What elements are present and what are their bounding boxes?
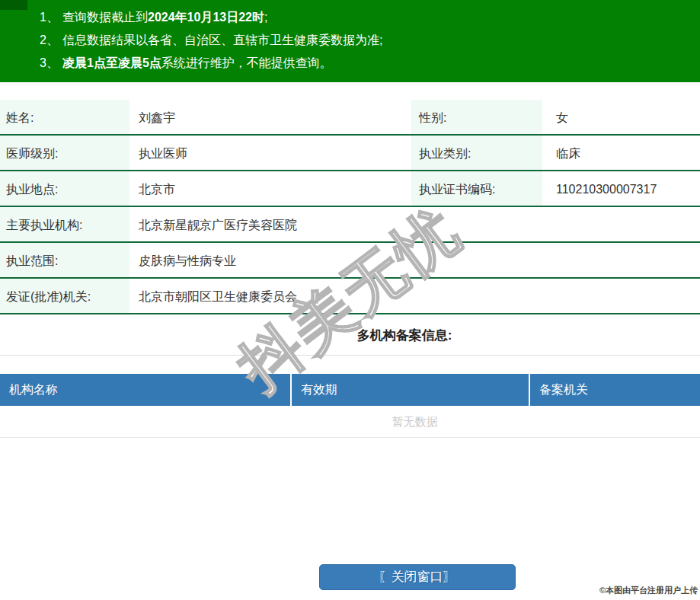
notice-line-number: 1、 bbox=[40, 6, 62, 29]
table-row-main-institution: 主要执业机构: 北京新星靓京广医疗美容医院 bbox=[0, 207, 700, 243]
notice-line-3: 3、凌晨1点至凌晨5点系统进行维护，不能提供查询。 bbox=[0, 52, 700, 75]
notice-line-number: 3、 bbox=[40, 52, 62, 75]
practice-scope-value: 皮肤病与性病专业 bbox=[129, 243, 700, 277]
practice-scope-label: 执业范围: bbox=[0, 243, 129, 277]
table-row-practice-scope: 执业范围: 皮肤病与性病专业 bbox=[0, 243, 700, 279]
notice-text-bold: 凌晨1点至凌晨5点 bbox=[62, 56, 161, 69]
notice-text-bold: 2024年10月13日22时 bbox=[148, 11, 264, 24]
practice-location-label: 执业地点: bbox=[0, 171, 129, 206]
doctor-level-value: 执业医师 bbox=[129, 136, 411, 170]
practice-category-label: 执业类别: bbox=[411, 136, 542, 170]
table-row-level-category: 医师级别: 执业医师 执业类别: 临床 bbox=[0, 136, 700, 171]
name-value: 刘鑫宇 bbox=[129, 100, 411, 134]
notice-line-1: 1、查询数据截止到2024年10月13日22时; bbox=[0, 6, 700, 29]
notice-text: 系统进行维护，不能提供查询。 bbox=[161, 56, 332, 69]
doctor-info-table: 姓名: 刘鑫宇 性别: 女 医师级别: 执业医师 执业类别: 临床 执业地点: … bbox=[0, 100, 700, 314]
notice-text: 信息数据结果以各省、自治区、直辖市卫生健康委数据为准; bbox=[62, 34, 382, 46]
column-header-institution-name: 机构名称 bbox=[0, 374, 292, 406]
issuing-authority-value: 北京市朝阳区卫生健康委员会 bbox=[129, 279, 700, 313]
notice-line-number: 2、 bbox=[40, 29, 62, 52]
name-label: 姓名: bbox=[0, 100, 129, 134]
button-row: 〖关闭窗口〗 bbox=[0, 564, 700, 590]
notice-banner: 1、查询数据截止到2024年10月13日22时; 2、信息数据结果以各省、自治区… bbox=[0, 0, 700, 82]
certificate-number-label: 执业证书编码: bbox=[411, 171, 542, 206]
issuing-authority-label: 发证(批准)机关: bbox=[0, 279, 129, 313]
gender-value: 女 bbox=[542, 100, 700, 134]
practice-location-value: 北京市 bbox=[129, 171, 411, 206]
filing-table-header: 机构名称 有效期 备案机关 bbox=[0, 374, 700, 406]
filing-table: 机构名称 有效期 备案机关 暂无数据 bbox=[0, 374, 700, 438]
gender-label: 性别: bbox=[411, 100, 542, 134]
close-window-button[interactable]: 〖关闭窗口〗 bbox=[319, 564, 516, 590]
column-header-validity-period: 有效期 bbox=[292, 374, 530, 406]
filing-section-heading: 多机构备案信息: bbox=[0, 314, 700, 356]
empty-state-text: 暂无数据 bbox=[0, 406, 700, 438]
table-row-issuing-authority: 发证(批准)机关: 北京市朝阳区卫生健康委员会 bbox=[0, 279, 700, 314]
banner-corner-shade bbox=[0, 0, 27, 10]
main-institution-label: 主要执业机构: bbox=[0, 207, 129, 241]
certificate-number-value: 110210300007317 bbox=[542, 171, 700, 206]
doctor-level-label: 医师级别: bbox=[0, 136, 129, 170]
notice-text: 查询数据截止到 bbox=[62, 11, 148, 24]
practice-category-value: 临床 bbox=[542, 136, 700, 170]
main-institution-value: 北京新星靓京广医疗美容医院 bbox=[129, 207, 700, 241]
column-header-filing-authority: 备案机关 bbox=[530, 374, 700, 406]
upload-credit-text: ©本图由平台注册用户上传 bbox=[599, 585, 698, 596]
notice-text: ; bbox=[264, 11, 267, 24]
table-row-location-certificate: 执业地点: 北京市 执业证书编码: 110210300007317 bbox=[0, 171, 700, 207]
table-row-name-gender: 姓名: 刘鑫宇 性别: 女 bbox=[0, 100, 700, 136]
notice-line-2: 2、信息数据结果以各省、自治区、直辖市卫生健康委数据为准; bbox=[0, 29, 700, 52]
